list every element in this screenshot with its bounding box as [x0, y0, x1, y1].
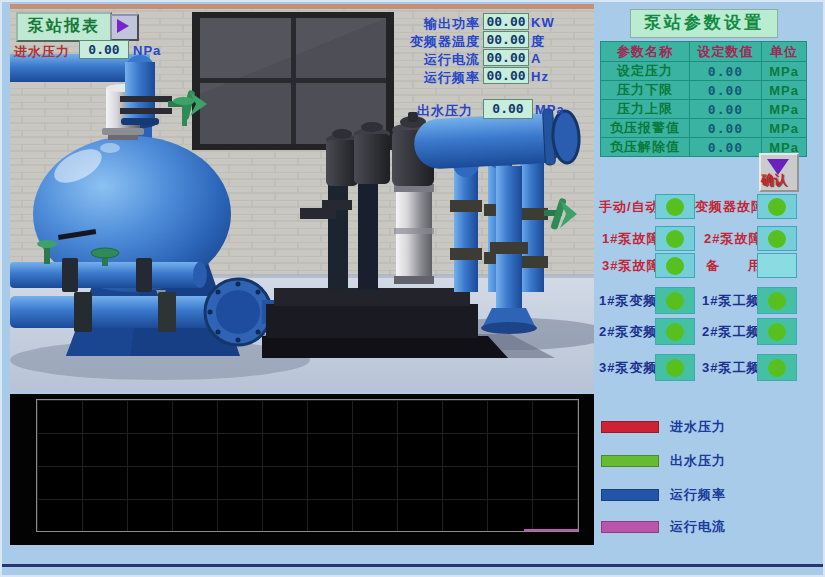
- settings-panel-title: 泵站参数设置: [630, 9, 778, 38]
- status-lamp-pump2-line: [757, 318, 797, 345]
- param-name: 设定压力: [601, 62, 690, 81]
- legend-swatch-current: [601, 521, 659, 533]
- outlet-pressure-label: 出水压力: [417, 102, 473, 120]
- status-label-pump3-line: 3#泵工频: [702, 359, 760, 377]
- param-unit: MPa: [762, 62, 807, 81]
- legend-label-current: 运行电流: [670, 518, 726, 536]
- param-value[interactable]: 0.00: [690, 81, 762, 100]
- confirm-button[interactable]: 确认: [759, 153, 799, 192]
- status-lamp-pump3-vfd: [655, 354, 695, 381]
- header-unit: 单位: [762, 42, 807, 62]
- legend-label-frequency: 运行频率: [670, 486, 726, 504]
- run-current-unit: A: [531, 51, 541, 66]
- hmi-screen: 泵站报表 进水压力 0.00 NPa 输出功率 00.00 KW 变频器温度 0…: [0, 0, 825, 577]
- lamp-icon: [768, 257, 786, 275]
- inverter-temp-label: 变频器温度: [392, 33, 480, 51]
- lamp-icon: [666, 198, 684, 216]
- lamp-icon: [768, 292, 786, 310]
- status-label-pump3-vfd: 3#泵变频: [599, 359, 657, 377]
- trend-plot-area: [36, 399, 579, 532]
- param-value[interactable]: 0.00: [690, 119, 762, 138]
- param-value[interactable]: 0.00: [690, 100, 762, 119]
- settings-header-row: 参数名称 设定数值 单位: [601, 42, 807, 62]
- output-power-value: 00.00: [483, 13, 529, 30]
- status-label-pump2-vfd: 2#泵变频: [599, 323, 657, 341]
- param-value[interactable]: 0.00: [690, 62, 762, 81]
- status-label-pump2-line: 2#泵工频: [702, 323, 760, 341]
- lamp-icon: [666, 359, 684, 377]
- lamp-icon: [768, 198, 786, 216]
- lamp-icon: [666, 323, 684, 341]
- play-arrow-icon: [117, 19, 129, 33]
- param-name: 压力下限: [601, 81, 690, 100]
- run-current-trace: [524, 529, 578, 531]
- inverter-temp-unit: 度: [531, 33, 545, 51]
- legend-label-outlet: 出水压力: [670, 452, 726, 470]
- outlet-pressure-unit: MPa: [535, 102, 565, 117]
- table-row: 设定压力 0.00 MPa: [601, 62, 807, 81]
- status-label-pump2-fault: 2#泵故障: [704, 230, 762, 248]
- param-unit: MPa: [762, 81, 807, 100]
- status-label-vfd-fault: 变频器故障: [695, 198, 765, 216]
- trend-chart: [10, 394, 594, 545]
- legend-swatch-frequency: [601, 489, 659, 501]
- table-row: 压力下限 0.00 MPa: [601, 81, 807, 100]
- status-label-pump1-fault: 1#泵故障: [602, 230, 660, 248]
- status-lamp-spare: [757, 253, 797, 278]
- run-frequency-value: 00.00: [483, 67, 529, 84]
- param-unit: MPa: [762, 100, 807, 119]
- run-current-value: 00.00: [483, 49, 529, 66]
- lamp-icon: [666, 257, 684, 275]
- inverter-temp-value: 00.00: [483, 31, 529, 48]
- status-lamp-manual-auto: [655, 194, 695, 219]
- status-label-pump3-fault: 3#泵故障: [602, 257, 660, 275]
- param-name: 负压解除值: [601, 138, 690, 157]
- run-frequency-label: 运行频率: [392, 69, 480, 87]
- inlet-pressure-label: 进水压力: [14, 43, 70, 61]
- lamp-icon: [666, 292, 684, 310]
- header-param-name: 参数名称: [601, 42, 690, 62]
- outlet-pressure-value: 0.00: [483, 99, 533, 119]
- header-set-value: 设定数值: [690, 42, 762, 62]
- lamp-icon: [666, 230, 684, 248]
- run-current-label: 运行电流: [392, 51, 480, 69]
- output-power-unit: KW: [531, 15, 555, 30]
- inlet-pressure-value: 0.00: [79, 40, 129, 59]
- status-lamp-vfd-fault: [757, 194, 797, 219]
- report-nav-button[interactable]: [110, 14, 139, 41]
- run-frequency-unit: Hz: [531, 69, 549, 84]
- table-row: 负压报警值 0.00 MPa: [601, 119, 807, 138]
- report-button[interactable]: 泵站报表: [16, 12, 112, 42]
- status-lamp-pump3-fault: [655, 253, 695, 278]
- bottom-border: [2, 564, 823, 567]
- legend-label-inlet: 进水压力: [670, 418, 726, 436]
- status-lamp-pump1-fault: [655, 226, 695, 251]
- status-lamp-pump2-fault: [757, 226, 797, 251]
- status-label-pump1-vfd: 1#泵变频: [599, 292, 657, 310]
- status-label-pump1-line: 1#泵工频: [702, 292, 760, 310]
- status-lamp-pump1-line: [757, 287, 797, 314]
- status-lamp-pump2-vfd: [655, 318, 695, 345]
- param-unit: MPa: [762, 119, 807, 138]
- status-lamp-pump1-vfd: [655, 287, 695, 314]
- legend-swatch-inlet: [601, 421, 659, 433]
- status-lamp-pump3-line: [757, 354, 797, 381]
- inlet-pressure-unit: NPa: [133, 43, 161, 58]
- ceiling-strip: [10, 4, 594, 9]
- legend-swatch-outlet: [601, 455, 659, 467]
- param-value[interactable]: 0.00: [690, 138, 762, 157]
- lamp-icon: [768, 323, 786, 341]
- output-power-label: 输出功率: [392, 15, 480, 33]
- table-row: 压力上限 0.00 MPa: [601, 100, 807, 119]
- lamp-icon: [768, 359, 786, 377]
- settings-table: 参数名称 设定数值 单位 设定压力 0.00 MPa 压力下限 0.00 MPa…: [600, 41, 807, 157]
- status-label-manual-auto: 手动/自动: [599, 198, 660, 216]
- param-name: 压力上限: [601, 100, 690, 119]
- confirm-label: 确认: [761, 171, 787, 189]
- lamp-icon: [768, 230, 786, 248]
- param-name: 负压报警值: [601, 119, 690, 138]
